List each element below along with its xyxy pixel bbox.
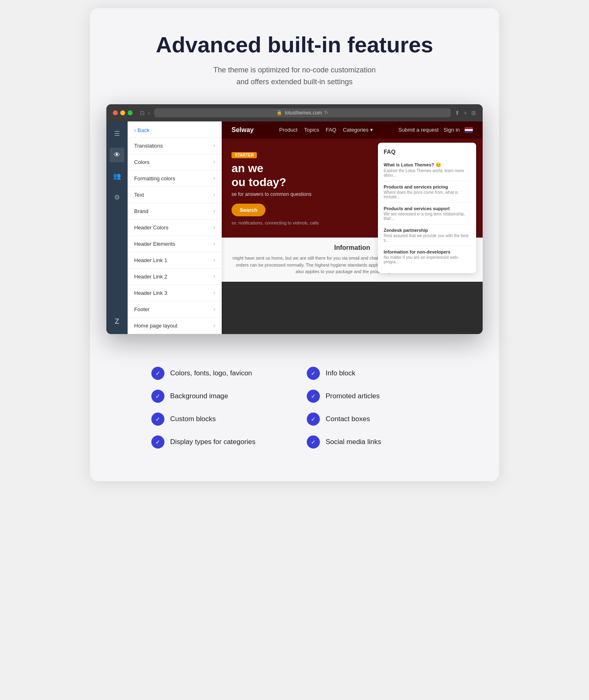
feature-label: Display types for categories (170, 438, 256, 446)
settings-item[interactable]: Header Link 2› (128, 269, 222, 285)
nav-faq[interactable]: FAQ (326, 127, 336, 133)
faq-item-title[interactable]: Products and services pricing (384, 184, 470, 189)
chevron-right-icon: › (214, 323, 215, 328)
settings-item-label: Colors (134, 159, 150, 165)
settings-item[interactable]: Formatting colors› (128, 171, 222, 187)
chevron-right-icon: › (214, 159, 215, 165)
faq-item: Products and services supportWe are inte… (384, 203, 470, 224)
sidebar-icon-eye[interactable]: 👁 (110, 148, 124, 162)
settings-item[interactable]: Footer› (128, 301, 222, 318)
settings-item[interactable]: Header Colors› (128, 220, 222, 236)
nav-categories[interactable]: Categories ▾ (343, 127, 373, 133)
settings-item-label: Home page layout (134, 323, 178, 329)
lock-icon: 🔒 (277, 110, 282, 115)
feature-item: ✓ Display types for categories (151, 435, 282, 449)
settings-panel: ‹ Back Translations›Colors›Formatting co… (128, 121, 222, 334)
submit-request-link[interactable]: Submit a request (398, 127, 438, 133)
hero-search-button[interactable]: Search (232, 204, 265, 216)
settings-items-list: Translations›Colors›Formatting colors›Te… (128, 138, 222, 334)
close-dot[interactable] (113, 110, 118, 115)
settings-item-label: Translations (134, 143, 163, 149)
check-icon: ✓ (307, 435, 320, 449)
maximize-dot[interactable] (128, 110, 133, 115)
chevron-right-icon: › (214, 306, 215, 312)
settings-item[interactable]: Header Link 1› (128, 252, 222, 269)
faq-item-desc: Explore the Lotus Themes world, learn mo… (384, 168, 470, 177)
back-icon[interactable]: ‹ (148, 110, 150, 116)
tab-icon: ⊡ (140, 110, 145, 116)
settings-item[interactable]: Header Link 3› (128, 285, 222, 301)
settings-item-label: Header Elements (134, 241, 175, 247)
site-nav-right: Submit a request Sign in (398, 127, 473, 133)
settings-item-label: Formatting colors (134, 175, 175, 182)
browser-content: ☰ 👁 👥 ⚙ Z ‹ Back Translations›Colors›For… (106, 121, 483, 334)
site-logo: Selway (232, 126, 254, 134)
check-icon: ✓ (307, 413, 320, 426)
header-section: Advanced built-in features The theme is … (106, 33, 483, 88)
browser-actions: ⬆ + ⊞ (455, 110, 476, 116)
feature-item: ✓ Info block (307, 367, 438, 380)
browser-address-bar[interactable]: 🔒 lotusthemes.com ↻ (154, 108, 451, 117)
settings-item-label: Header Link 1 (134, 257, 167, 263)
hero-title-line1: an we (232, 162, 263, 175)
faq-item: What is Lotus Themes? 😊Explore the Lotus… (384, 159, 470, 181)
features-grid: ✓ Colors, fonts, logo, favicon ✓ Info bl… (151, 367, 438, 449)
chevron-right-icon: › (214, 224, 215, 230)
settings-item-label: Text (134, 192, 144, 198)
nav-topics[interactable]: Topics (304, 127, 319, 133)
check-icon: ✓ (151, 390, 164, 403)
bookmark-icon[interactable]: + (464, 110, 467, 116)
sidebar-icon-settings[interactable]: ⚙ (110, 190, 124, 205)
website-preview: Selway Product Topics FAQ Categories ▾ S… (222, 121, 483, 334)
page-subtitle: The theme is optimized for no-code custo… (106, 64, 483, 88)
check-icon: ✓ (151, 435, 164, 449)
feature-item: ✓ Promoted articles (307, 390, 438, 403)
browser-dots (113, 110, 133, 115)
site-nav: Selway Product Topics FAQ Categories ▾ S… (222, 121, 483, 139)
language-flag[interactable] (465, 127, 473, 133)
sidebar-icon-zendesk[interactable]: Z (110, 314, 124, 329)
sign-in-link[interactable]: Sign in (443, 127, 460, 133)
settings-item[interactable]: Header Elements› (128, 236, 222, 252)
settings-item[interactable]: Text› (128, 187, 222, 203)
chevron-right-icon: › (214, 175, 215, 181)
faq-item-title[interactable]: Information for non-developers (384, 249, 470, 254)
feature-label: Custom blocks (170, 415, 216, 423)
new-tab-icon[interactable]: ⊞ (471, 110, 476, 116)
faq-item-desc: Rest assured that we provide you with th… (384, 233, 470, 242)
chevron-right-icon: › (214, 290, 215, 296)
back-button[interactable]: ‹ Back (128, 121, 222, 138)
hero-title-line2: ou today? (232, 176, 286, 188)
minimize-dot[interactable] (120, 110, 125, 115)
check-icon: ✓ (307, 367, 320, 380)
faq-card: FAQ What is Lotus Themes? 😊Explore the L… (378, 143, 476, 273)
share-icon[interactable]: ⬆ (455, 110, 460, 116)
app-sidebar: ☰ 👁 👥 ⚙ Z (106, 121, 128, 334)
settings-item[interactable]: Home page layout› (128, 318, 222, 334)
faq-item: Products and services pricingWhere does … (384, 181, 470, 203)
settings-item[interactable]: Translations› (128, 138, 222, 154)
faq-item-title[interactable]: Products and services support (384, 206, 470, 211)
settings-item-label: Header Link 2 (134, 274, 167, 280)
faq-item-title[interactable]: Zendesk partnership (384, 228, 470, 233)
feature-item: ✓ Social media links (307, 435, 438, 449)
chevron-left-icon: ‹ (134, 127, 136, 133)
faq-item-title[interactable]: What is Lotus Themes? 😊 (384, 162, 470, 168)
settings-item-label: Brand (134, 208, 148, 214)
feature-label: Info block (326, 369, 355, 377)
chevron-right-icon: › (214, 143, 215, 148)
sidebar-icon-menu[interactable]: ☰ (110, 126, 124, 141)
sidebar-icon-people[interactable]: 👥 (110, 169, 124, 184)
feature-label: Contact boxes (326, 415, 370, 423)
hero-badge: STARTER (232, 152, 257, 158)
feature-label: Promoted articles (326, 392, 380, 400)
feature-item: ✓ Background image (151, 390, 282, 403)
nav-product[interactable]: Product (279, 127, 298, 133)
settings-item[interactable]: Brand› (128, 203, 222, 220)
faq-item-desc: No matter if you are an experienced web-… (384, 255, 470, 264)
feature-item: ✓ Custom blocks (151, 413, 282, 426)
feature-label: Social media links (326, 438, 381, 446)
settings-item-label: Header Link 3 (134, 290, 167, 296)
settings-item[interactable]: Colors› (128, 154, 222, 171)
features-section: ✓ Colors, fonts, logo, favicon ✓ Info bl… (106, 359, 483, 457)
